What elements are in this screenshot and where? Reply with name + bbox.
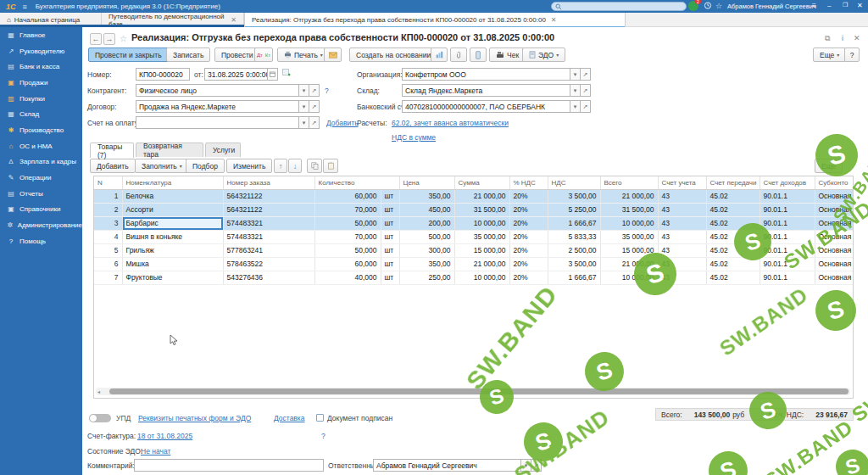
cell-vat-rate[interactable]: 20% xyxy=(509,189,548,203)
col-account[interactable]: Счет учета xyxy=(658,176,706,189)
print-forms-requisites-link[interactable]: Реквизиты печатных форм и ЭДО xyxy=(138,414,251,422)
back-button[interactable]: ← xyxy=(90,33,102,45)
cell-amount[interactable]: 31 500,00 xyxy=(454,203,509,216)
tab-goods[interactable]: Товары (7) xyxy=(90,142,134,158)
cell-nomenclature[interactable]: Белочка xyxy=(122,189,223,203)
cell-account[interactable]: 43 xyxy=(658,230,706,243)
copy-rows-button[interactable] xyxy=(307,159,322,173)
responsible-field[interactable]: Абрамов Геннадий Сергеевич xyxy=(373,459,521,472)
col-amount[interactable]: Сумма xyxy=(454,176,509,189)
service-menu-icon[interactable]: ≡ xyxy=(812,2,816,9)
forward-button[interactable]: → xyxy=(103,33,115,45)
scrollbar-thumb[interactable] xyxy=(109,388,849,394)
cell-account[interactable]: 43 xyxy=(658,216,706,230)
table-row[interactable]: 6 Мишка 578463522 60,000 шт 350,00 21 00… xyxy=(94,257,854,271)
cell-vat-rate[interactable]: 20% xyxy=(509,271,548,284)
upd-toggle[interactable] xyxy=(89,414,111,422)
cell-vat[interactable]: 1 666,67 xyxy=(548,216,600,230)
bank-account-field[interactable]: 40702810000000000007, ПАО СБЕРБАНК xyxy=(402,100,570,113)
cell-income-account[interactable]: 90.01.1 xyxy=(760,203,815,216)
cell-qty[interactable]: 60,000 xyxy=(314,189,381,203)
cell-account[interactable]: 43 xyxy=(658,243,706,257)
cell-nomenclature[interactable]: Грильяж xyxy=(122,243,223,257)
cell-vat[interactable]: 2 500,00 xyxy=(548,243,600,257)
sidebar-item[interactable]: ▦ Главное xyxy=(0,27,82,43)
payment-invoice-open-icon[interactable]: ↗ xyxy=(309,116,320,129)
cell-transfer-account[interactable]: 45.02 xyxy=(706,216,760,230)
table-row[interactable]: 3 Барбарис 574483321 50,000 шт 200,00 10… xyxy=(94,216,854,230)
dtkt-postings-button[interactable]: ДтКт xyxy=(254,48,273,62)
paste-rows-button[interactable] xyxy=(323,159,338,173)
table-row[interactable]: 1 Белочка 564321122 60,000 шт 350,00 21 … xyxy=(94,189,854,203)
cell-order[interactable]: 564321122 xyxy=(223,203,314,216)
cell-qty[interactable]: 40,000 xyxy=(314,271,381,284)
close-tab-icon[interactable]: ✕ xyxy=(551,16,557,24)
cell-vat[interactable]: 5 833,33 xyxy=(548,230,600,243)
invoice-link[interactable]: 18 от 31.08.2025 xyxy=(137,432,192,440)
cell-qty[interactable]: 50,000 xyxy=(314,243,381,257)
fill-button[interactable]: Заполнить ▾ xyxy=(135,159,189,173)
check-receipt-button[interactable]: Чек xyxy=(489,48,526,62)
cell-transfer-account[interactable]: 45.02 xyxy=(706,257,760,271)
sidebar-item[interactable]: ▥ Покупки xyxy=(0,91,82,107)
cell-unit[interactable]: шт xyxy=(381,189,399,203)
cell-subconto[interactable]: Основная н xyxy=(815,271,854,284)
sidebar-item[interactable]: ▤ Банк и касса xyxy=(0,59,82,75)
bank-account-open-icon[interactable]: ↗ xyxy=(581,100,591,113)
envelope-button[interactable] xyxy=(324,48,342,62)
maximize-button[interactable]: ❐ xyxy=(843,2,848,8)
save-button[interactable]: Записать xyxy=(166,48,210,62)
cell-nomenclature[interactable]: Барбарис xyxy=(122,216,223,230)
cell-order[interactable]: 574483321 xyxy=(223,230,314,243)
cell-account[interactable]: 43 xyxy=(658,271,706,284)
organization-field[interactable]: Конфетпром ООО xyxy=(402,68,570,81)
move-up-button[interactable]: ↑ xyxy=(274,159,287,173)
report-button[interactable] xyxy=(431,48,448,62)
cell-order[interactable]: 578463522 xyxy=(223,257,314,271)
col-vat[interactable]: НДС xyxy=(548,176,600,189)
scroll-left-icon[interactable]: ◂ xyxy=(97,388,100,394)
col-nomenclature[interactable]: Номенклатура xyxy=(122,176,223,189)
cell-subconto[interactable]: Основная н xyxy=(815,189,854,203)
cell-transfer-account[interactable]: 45.02 xyxy=(706,243,760,257)
sidebar-item[interactable]: ▦ Склад xyxy=(0,106,82,122)
add-row-button[interactable]: Добавить xyxy=(90,159,136,173)
attachments-button[interactable] xyxy=(450,48,467,62)
cell-subconto[interactable]: Основная н xyxy=(815,216,854,230)
col-subconto[interactable]: Субконто xyxy=(815,176,854,189)
col-n[interactable]: N xyxy=(94,176,122,189)
col-transfer-account[interactable]: Счет передачи xyxy=(706,176,760,189)
cell-total[interactable]: 21 000,00 xyxy=(600,257,658,271)
info-icon[interactable]: i xyxy=(842,34,843,42)
col-total[interactable]: Всего xyxy=(600,176,658,189)
payment-invoice-dropdown-icon[interactable]: ▾ xyxy=(299,116,309,129)
cell-income-account[interactable]: 90.01.1 xyxy=(760,271,815,284)
cell-vat[interactable]: 1 666,67 xyxy=(548,271,600,284)
cell-transfer-account[interactable]: 45.02 xyxy=(706,271,760,284)
organization-open-icon[interactable]: ↗ xyxy=(581,68,591,81)
cell-nomenclature[interactable]: Фруктовые xyxy=(122,271,223,284)
cell-income-account[interactable]: 90.01.1 xyxy=(760,257,815,271)
sidebar-item[interactable]: ↗ Руководителю xyxy=(0,43,82,59)
tab-returnable-packaging[interactable]: Возвратная тара xyxy=(136,142,203,157)
col-income-account[interactable]: Счет доходов xyxy=(760,176,815,189)
close-tab-icon[interactable]: ✕ xyxy=(231,16,236,24)
cell-qty[interactable]: 70,000 xyxy=(314,203,381,216)
sidebar-item[interactable]: ✎ Операции xyxy=(0,170,82,186)
counterparty-field[interactable]: Физическое лицо xyxy=(136,84,299,97)
cell-subconto[interactable]: Основная н xyxy=(815,243,854,257)
cell-total[interactable]: 10 000,00 xyxy=(600,216,658,230)
sidebar-item[interactable]: ✲ Администрирование xyxy=(0,217,82,233)
close-form-icon[interactable]: ✕ xyxy=(854,34,860,42)
settlements-link[interactable]: 62.02, зачет аванса автоматически xyxy=(392,119,509,127)
organization-dropdown-icon[interactable]: ▾ xyxy=(570,68,581,81)
print-button[interactable]: Печать ▾ xyxy=(277,48,330,62)
mobile-button[interactable] xyxy=(470,48,487,62)
cell-account[interactable]: 43 xyxy=(658,203,706,216)
favorites-star-icon[interactable]: ☆ xyxy=(715,2,722,10)
delivery-link[interactable]: Доставка xyxy=(274,414,305,422)
contract-dropdown-icon[interactable]: ▾ xyxy=(299,100,309,113)
table-horizontal-scrollbar[interactable]: ◂ xyxy=(96,388,850,395)
col-order-number[interactable]: Номер заказа xyxy=(223,176,314,189)
cell-price[interactable]: 300,00 xyxy=(399,243,454,257)
